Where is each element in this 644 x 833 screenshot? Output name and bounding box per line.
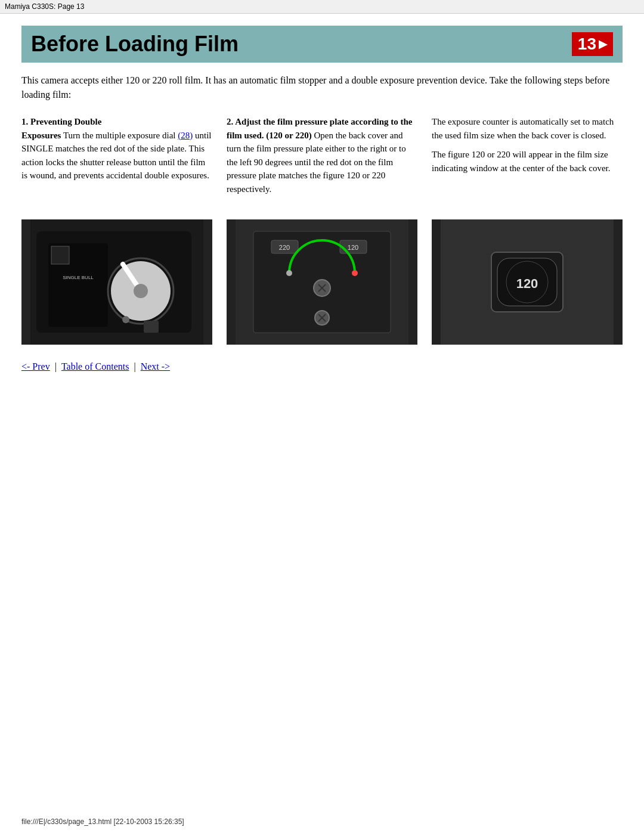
separator-2: | xyxy=(134,361,135,372)
separator-1: | xyxy=(55,361,57,372)
page-number-box: 13 ▶ xyxy=(572,32,613,56)
camera-dial-image: SINGLE BULL xyxy=(21,219,212,345)
images-row: SINGLE BULL 220 120 xyxy=(21,219,623,345)
svg-point-6 xyxy=(134,284,148,298)
three-column-section: 1. Preventing Double Exposures Turn the … xyxy=(21,115,623,202)
svg-text:120: 120 xyxy=(348,244,358,251)
col1-heading1: 1. Preventing Double xyxy=(21,117,101,126)
browser-title: Mamiya C330S: Page 13 xyxy=(0,0,644,14)
page-number: 13 xyxy=(578,35,596,54)
footer: file:///E|/c330s/page_13.html [22-10-200… xyxy=(21,817,184,826)
col1-link[interactable]: (28) xyxy=(178,131,193,140)
intro-paragraph: This camera accepts either 120 or 220 ro… xyxy=(21,73,623,102)
column-3: The exposure counter is automatically se… xyxy=(432,115,623,202)
col1-heading2: Exposures xyxy=(21,131,61,140)
svg-point-17 xyxy=(286,270,292,276)
page-title: Before Loading Film xyxy=(31,32,239,57)
col3-para2: The figure 120 or 220 will appear in the… xyxy=(432,148,623,175)
svg-text:120: 120 xyxy=(516,276,538,291)
col3-para1: The exposure counter is automatically se… xyxy=(432,115,623,142)
toc-link[interactable]: Table of Contents xyxy=(61,361,129,372)
svg-point-18 xyxy=(352,270,358,276)
svg-point-10 xyxy=(122,316,129,323)
next-link[interactable]: Next -> xyxy=(141,361,170,372)
svg-text:SINGLE BULL: SINGLE BULL xyxy=(63,275,94,280)
col1-body1: Turn the multiple exposure dial xyxy=(63,131,178,140)
prev-link[interactable]: <- Prev xyxy=(21,361,50,372)
film-pressure-plate-image: 220 120 xyxy=(227,219,417,345)
navigation-row: <- Prev | Table of Contents | Next -> xyxy=(21,361,623,372)
column-2: 2. Adjust the film pressure plate accord… xyxy=(227,115,417,202)
svg-rect-7 xyxy=(51,246,69,264)
svg-rect-9 xyxy=(144,321,159,333)
svg-text:220: 220 xyxy=(279,244,290,251)
page-arrow-icon: ▶ xyxy=(599,38,607,51)
column-1: 1. Preventing Double Exposures Turn the … xyxy=(21,115,212,202)
film-size-window-image: 120 xyxy=(432,219,623,345)
header-bar: Before Loading Film 13 ▶ xyxy=(21,26,623,63)
